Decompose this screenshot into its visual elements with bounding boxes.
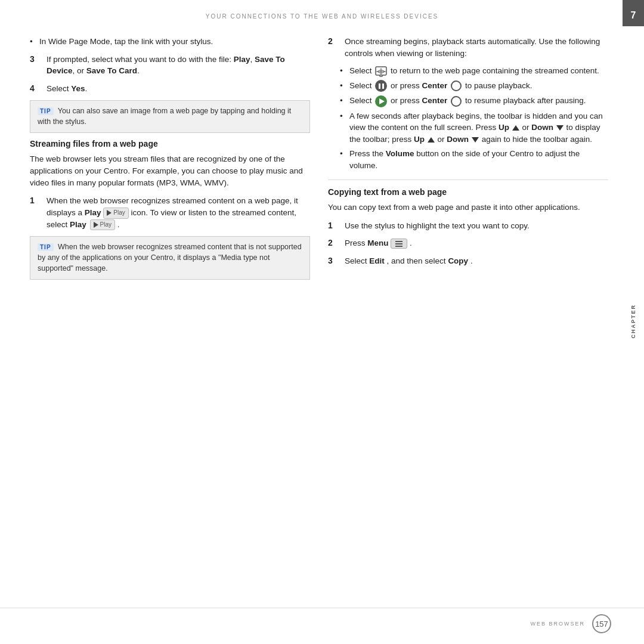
streaming-step-1-number: 1 xyxy=(30,195,41,230)
copy-step-2-number: 2 xyxy=(328,237,339,249)
up-arrow-1 xyxy=(512,125,519,131)
copy-step-1-content: Use the stylus to highlight the text you… xyxy=(345,220,608,232)
step-4-number: 4 xyxy=(30,83,41,95)
copy-step-2: 2 Press Menu . xyxy=(328,237,608,249)
play-label-1: Play xyxy=(113,209,125,218)
chapter-number: 7 xyxy=(623,5,644,26)
up-arrow-2 xyxy=(428,137,435,143)
copy-step-3: 3 Select Edit , and then select Copy . xyxy=(328,255,608,267)
down-arrow-2 xyxy=(472,137,479,143)
pause-bar-2 xyxy=(382,83,384,89)
step-3-number: 3 xyxy=(30,54,41,77)
menu-line-2 xyxy=(395,243,402,244)
right-column: 2 Once streaming begins, playback starts… xyxy=(328,36,608,608)
intro-bullets: In Wide Page Mode, tap the link with you… xyxy=(30,36,310,48)
menu-line-1 xyxy=(395,241,402,242)
streaming-step-1-content: When the web browser recognizes streamed… xyxy=(47,195,310,230)
step-3: 3 If prompted, select what you want to d… xyxy=(30,54,310,77)
page-footer: WEB BROWSER 157 xyxy=(0,608,644,633)
streaming-bullet-3: Select or press Center to resume playbac… xyxy=(340,95,608,107)
step-4: 4 Select Yes. xyxy=(30,83,310,95)
tip-label-1: TIP xyxy=(38,107,54,115)
resume-icon xyxy=(375,95,387,107)
tip-box-2: TIP When the web browser recognizes stre… xyxy=(30,236,310,279)
down-arrow-1 xyxy=(556,125,564,131)
streaming-bullet-5: Press the Volume button on the side of y… xyxy=(340,148,608,171)
bullet-wide-page: In Wide Page Mode, tap the link with you… xyxy=(30,36,310,48)
right-step-2-number: 2 xyxy=(328,36,339,59)
copy-heading: Copying text from a web page xyxy=(328,187,608,197)
streaming-bullet-2: Select or press Center to pause playback… xyxy=(340,80,608,92)
tip-text-2: When the web browser recognizes streamed… xyxy=(38,243,302,273)
copy-step-1: 1 Use the stylus to highlight the text y… xyxy=(328,220,608,232)
return-icon xyxy=(375,66,387,77)
footer-label: WEB BROWSER xyxy=(530,621,585,627)
streaming-bullets: Select to return to the web page contain… xyxy=(340,65,608,171)
tip-label-2: TIP xyxy=(38,243,54,251)
section-divider xyxy=(328,179,608,180)
pause-icon xyxy=(375,80,387,92)
right-step-2: 2 Once streaming begins, playback starts… xyxy=(328,36,608,59)
streaming-step-1: 1 When the web browser recognizes stream… xyxy=(30,195,310,230)
play-triangle-2 xyxy=(94,222,98,228)
copy-step-3-content: Select Edit , and then select Copy . xyxy=(345,255,608,267)
chapter-label: CHAPTER xyxy=(630,304,636,339)
tip-text-1: You can also save an image from a web pa… xyxy=(38,107,291,126)
step-4-content: Select Yes. xyxy=(47,83,310,95)
tip-box-1: TIP You can also save an image from a we… xyxy=(30,100,310,132)
menu-line-3 xyxy=(395,246,402,247)
center-button-1 xyxy=(451,80,462,91)
footer-page-number: 157 xyxy=(592,614,611,633)
step-3-content: If prompted, select what you want to do … xyxy=(47,54,310,77)
copy-step-3-number: 3 xyxy=(328,255,339,267)
menu-lines xyxy=(395,241,402,247)
play-label-2: Play xyxy=(100,221,112,230)
play-icon-2: Play xyxy=(90,219,115,231)
center-button-2 xyxy=(451,96,462,107)
menu-icon xyxy=(391,239,407,249)
copy-step-1-number: 1 xyxy=(328,220,339,232)
page-header: YOUR CONNECTIONS TO THE WEB AND WIRELESS… xyxy=(0,13,644,20)
copy-step-2-content: Press Menu . xyxy=(345,237,608,249)
main-content: In Wide Page Mode, tap the link with you… xyxy=(30,36,608,608)
chapter-tab: 7 xyxy=(623,0,644,26)
play-triangle-1 xyxy=(107,210,112,216)
streaming-bullet-4: A few seconds after playback begins, the… xyxy=(340,110,608,145)
pause-bar-1 xyxy=(379,83,380,89)
copy-para: You can copy text from a web page and pa… xyxy=(328,202,608,213)
streaming-para: The web browser lets you stream files th… xyxy=(30,153,310,190)
right-step-2-content: Once streaming begins, playback starts a… xyxy=(345,36,608,59)
streaming-bullet-1: Select to return to the web page contain… xyxy=(340,65,608,77)
play-icon-1: Play xyxy=(103,208,128,219)
streaming-heading: Streaming files from a web page xyxy=(30,139,310,148)
left-column: In Wide Page Mode, tap the link with you… xyxy=(30,36,310,608)
